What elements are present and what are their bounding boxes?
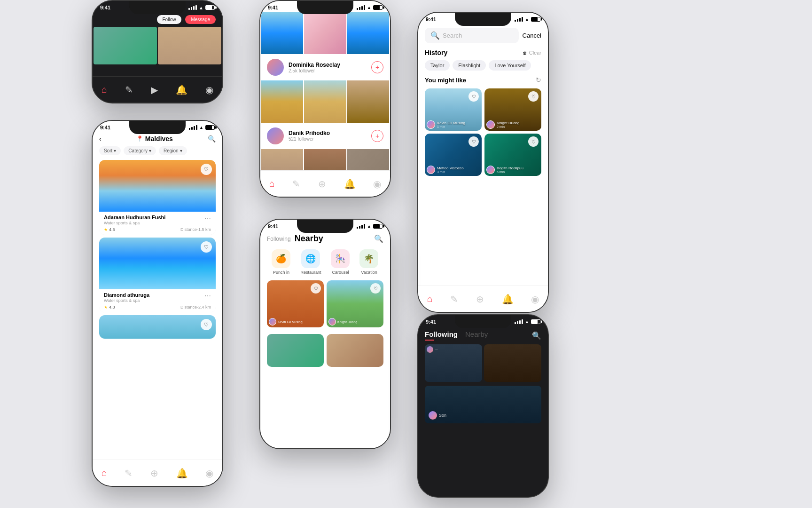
- resort-heart-1[interactable]: ♡: [201, 241, 212, 253]
- top-image-grid: [260, 12, 390, 54]
- nav-bell[interactable]: 🔔: [502, 294, 514, 305]
- tab-header: Following Nearby 🔍: [418, 326, 548, 342]
- history-tag-1[interactable]: Flashlight: [453, 60, 486, 71]
- wifi-icon: ▲: [199, 5, 203, 10]
- grid-image-glasses: [304, 12, 346, 54]
- resort-heart-2[interactable]: ♡: [201, 319, 212, 330]
- nav-bell[interactable]: 🔔: [176, 468, 188, 479]
- tab-nearby-label: Nearby: [465, 330, 488, 338]
- nav-edit[interactable]: ✎: [450, 294, 458, 305]
- cancel-button[interactable]: Cancel: [523, 32, 541, 39]
- filter-category-label: Category: [128, 148, 148, 153]
- grid-wheat-2: [304, 80, 346, 122]
- time: 9:41: [268, 223, 278, 229]
- nav-add[interactable]: ⊕: [318, 178, 326, 190]
- nav-add[interactable]: ⊕: [150, 468, 158, 479]
- dark-card-1: [484, 344, 541, 382]
- follow-button[interactable]: Follow: [157, 15, 182, 24]
- battery: [531, 319, 540, 324]
- back-button[interactable]: ‹: [99, 135, 102, 143]
- restaurant-icon: 🌐: [305, 254, 316, 264]
- phone-search-history: 9:41 ▲ 🔍 Search Cancel: [417, 12, 549, 313]
- resort-image-2: [99, 315, 216, 339]
- tab-following[interactable]: Following: [425, 330, 458, 341]
- search-icon-nearby[interactable]: 🔍: [374, 234, 383, 243]
- category-carousel[interactable]: 🎠 Carousel: [331, 249, 350, 275]
- profile-info-1: Dominika Roseclay 2.5k follower: [289, 62, 367, 73]
- history-section: History 🗑 Clear Taylor Flashlight Love Y…: [418, 47, 548, 72]
- card-username-1: Knight Duong: [497, 121, 519, 125]
- nearby-heart-1[interactable]: ♡: [370, 283, 381, 294]
- grid-image-beach: [347, 12, 389, 54]
- resort-rating-1: ★ 4.8: [104, 305, 115, 310]
- notch: [455, 13, 511, 26]
- nav-profile[interactable]: ◉: [373, 178, 381, 190]
- nav-home[interactable]: ⌂: [269, 178, 275, 189]
- follow-btn-2[interactable]: +: [371, 130, 383, 142]
- clear-button[interactable]: Clear: [529, 50, 541, 56]
- nav-play[interactable]: ▶: [151, 84, 158, 95]
- nav-edit[interactable]: ✎: [125, 468, 133, 479]
- resort-heart-0[interactable]: ♡: [201, 164, 212, 175]
- search-icon[interactable]: 🔍: [208, 135, 216, 143]
- history-tag-2[interactable]: Love Yourself: [489, 60, 531, 71]
- dark-main-username: Son: [439, 413, 446, 418]
- resort-image-1: [99, 238, 216, 289]
- tab-nearby[interactable]: Nearby: [465, 330, 488, 341]
- nearby-title: Nearby: [295, 234, 323, 244]
- card-user-1: Knight Duong 2 min: [486, 120, 519, 129]
- status-icons: ▲: [357, 224, 383, 229]
- card-heart-1[interactable]: ♡: [528, 91, 539, 102]
- nearby-card-0: ♡ Kevin Gil Musing: [267, 280, 324, 327]
- bottom-nav: ⌂ ✎ ⊕ 🔔 ◉: [260, 170, 390, 197]
- nav-bell[interactable]: 🔔: [176, 84, 187, 95]
- refresh-icon[interactable]: ↻: [536, 76, 541, 84]
- card-heart-0[interactable]: ♡: [468, 91, 479, 102]
- more-button-0[interactable]: ⋯: [204, 214, 211, 222]
- punchin-label: Punch in: [273, 270, 289, 275]
- follow-btn-1[interactable]: +: [371, 61, 383, 73]
- nav-profile[interactable]: ◉: [205, 84, 213, 95]
- grid-wheat-1: [261, 80, 303, 122]
- nav-profile[interactable]: ◉: [531, 294, 539, 305]
- nav-profile[interactable]: ◉: [205, 468, 213, 479]
- card-avatar-3: [486, 166, 495, 174]
- carousel-label: Carousel: [332, 270, 349, 275]
- wifi-icon: ▲: [367, 224, 371, 229]
- filter-region[interactable]: Region ▾: [159, 146, 187, 155]
- nearby-card-1: ♡ Knight Duong: [327, 280, 383, 327]
- might-like-title: You might like: [425, 77, 466, 84]
- nav-home[interactable]: ⌂: [102, 84, 107, 95]
- card-heart-3[interactable]: ♡: [528, 136, 539, 147]
- filter-sort[interactable]: Sort ▾: [99, 146, 121, 155]
- star-icon-0: ★: [104, 227, 108, 232]
- nav-bell[interactable]: 🔔: [344, 178, 356, 190]
- search-icon-dark[interactable]: 🔍: [532, 331, 541, 340]
- category-punchin[interactable]: 🍊 Punch in: [272, 249, 290, 275]
- nav-add[interactable]: ⊕: [476, 294, 484, 305]
- nav-edit[interactable]: ✎: [125, 84, 133, 95]
- dark-main-image: Son: [425, 386, 541, 423]
- category-restaurant[interactable]: 🌐 Restaurant: [300, 249, 321, 275]
- more-button-1[interactable]: ⋯: [204, 292, 211, 300]
- phone-nearby: 9:41 ▲ Following Nearby 🔍: [259, 219, 391, 449]
- battery: [205, 125, 215, 130]
- nav-home[interactable]: ⌂: [427, 294, 433, 304]
- battery: [373, 224, 383, 229]
- chevron-down-icon-2: ▾: [149, 148, 151, 153]
- nav-edit[interactable]: ✎: [292, 178, 300, 190]
- filter-category[interactable]: Category ▾: [124, 146, 156, 155]
- nearby-card-3: [327, 334, 383, 367]
- card-username-2: Matteo Vistocco: [437, 166, 464, 170]
- category-vacation[interactable]: 🌴 Vacation: [359, 249, 378, 275]
- resort-sub-1: Water sports & spa: [104, 298, 149, 303]
- nav-home[interactable]: ⌂: [102, 468, 107, 478]
- message-button[interactable]: Message: [185, 15, 216, 24]
- card-heart-2[interactable]: ♡: [468, 136, 479, 147]
- search-bar[interactable]: 🔍 Search: [425, 28, 519, 43]
- grid-image-surf: [261, 12, 303, 54]
- status-icons: ▲: [515, 17, 540, 22]
- history-tag-0[interactable]: Taylor: [425, 60, 450, 71]
- card-user-2: Matteo Vistocco 3 min: [427, 166, 464, 174]
- nearby-heart-0[interactable]: ♡: [311, 283, 321, 294]
